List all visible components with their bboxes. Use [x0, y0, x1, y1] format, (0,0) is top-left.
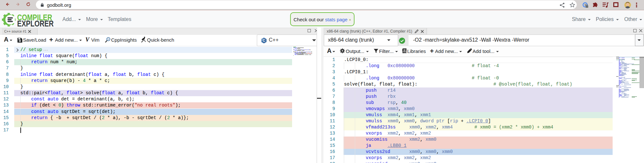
svg-text:C: C	[263, 38, 265, 42]
